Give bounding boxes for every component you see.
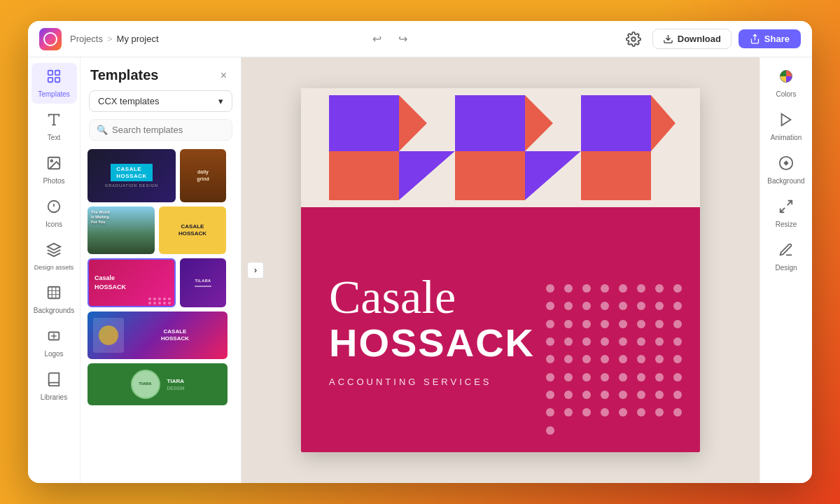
dot (619, 302, 627, 310)
dot (655, 320, 664, 328)
logos-icon (46, 328, 62, 347)
dot (619, 408, 627, 416)
templates-label: Templates (38, 90, 70, 98)
template-green-tiara[interactable]: TIARA TIARA DESIGN (88, 363, 227, 405)
sidebar-item-templates[interactable]: Templates (31, 63, 77, 104)
design-assets-icon (46, 242, 62, 261)
dot (546, 320, 554, 328)
sidebar-item-background[interactable]: Background (764, 150, 809, 190)
template-casale-yellow[interactable]: CASALEHOSSACK (159, 206, 226, 254)
sidebar-item-logos[interactable]: Logos (31, 323, 77, 363)
download-button[interactable]: Download (652, 29, 732, 49)
top-bar: Projects > My project ↩ ↪ Download (28, 21, 812, 57)
dot (601, 373, 609, 382)
dot (637, 391, 645, 399)
colors-icon (778, 69, 794, 88)
search-bar: 🔍 (89, 119, 232, 141)
redo-button[interactable]: ↪ (394, 29, 412, 48)
dot (601, 320, 609, 328)
dot (582, 355, 591, 363)
browser-frame: Projects > My project ↩ ↪ Download (28, 21, 812, 483)
logos-label: Logos (44, 350, 63, 358)
sidebar-item-libraries[interactable]: Libraries (31, 366, 77, 407)
text-label: Text (48, 134, 60, 141)
sidebar-item-text[interactable]: Text (31, 106, 77, 147)
svg-rect-3 (48, 71, 52, 75)
sidebar-item-photos[interactable]: Photos (31, 150, 77, 190)
dot (582, 408, 591, 416)
dot (546, 355, 554, 363)
share-button[interactable]: Share (738, 29, 801, 48)
dot (601, 355, 609, 363)
dot (655, 355, 664, 363)
top-bar-actions: Download Share (622, 27, 801, 51)
dot (637, 320, 645, 328)
sidebar-item-colors[interactable]: Colors (764, 63, 809, 104)
dot (564, 391, 573, 399)
svg-rect-29 (455, 151, 525, 200)
share-label: Share (764, 34, 790, 44)
libraries-icon (46, 372, 62, 391)
template-purple-small[interactable]: TILARA (180, 258, 226, 307)
dot (637, 337, 645, 346)
geometric-pattern (301, 88, 700, 207)
templates-dropdown[interactable]: CCX templates ▾ (89, 90, 232, 112)
dot (619, 355, 627, 363)
template-casale-dark[interactable]: CASALEHOSSACK GRADUATION DESIGN (88, 149, 176, 202)
settings-button[interactable] (622, 27, 645, 51)
sidebar-item-icons[interactable]: Icons (31, 193, 77, 234)
resize-icon (778, 199, 794, 218)
dot (582, 302, 591, 310)
dot (582, 320, 591, 328)
photos-icon (46, 155, 62, 174)
dot (673, 320, 682, 328)
undo-button[interactable]: ↩ (368, 29, 386, 48)
template-landscape[interactable]: The WorldIs WaitingFor You (88, 206, 155, 254)
template-daily-grind[interactable]: dailygrind (180, 149, 226, 202)
sidebar-item-design[interactable]: Design (764, 237, 809, 277)
canvas-area: › (241, 57, 760, 483)
sidebar-item-backgrounds[interactable]: Backgrounds (31, 279, 77, 320)
svg-point-0 (631, 37, 636, 41)
dropdown-label: CCX templates (98, 96, 159, 106)
svg-rect-26 (329, 151, 399, 200)
template-row: TIARA TIARA DESIGN (88, 363, 234, 405)
dot (655, 391, 664, 399)
dot (673, 408, 682, 416)
dot (673, 355, 682, 363)
svg-rect-32 (581, 151, 651, 200)
template-casale-pink[interactable]: CasaleHOSSACK (88, 258, 176, 307)
expand-panel-button[interactable]: › (247, 262, 264, 279)
canvas-top-section (301, 88, 700, 207)
svg-rect-20 (455, 95, 525, 151)
sidebar-item-resize[interactable]: Resize (764, 193, 809, 234)
dot (546, 426, 554, 435)
dot (619, 391, 627, 399)
chevron-down-icon: ▾ (218, 96, 223, 106)
background-label: Background (767, 177, 804, 185)
dot (582, 284, 591, 293)
panel-close-button[interactable]: × (216, 68, 231, 83)
search-input[interactable] (112, 125, 225, 135)
template-colorful-casale[interactable]: CASALEHOSSACK (88, 312, 227, 359)
dot (564, 373, 573, 382)
breadcrumb-projects[interactable]: Projects (70, 34, 103, 44)
template-row: CASALEHOSSACK (88, 312, 234, 359)
dot (564, 408, 573, 416)
template-row: CASALEHOSSACK GRADUATION DESIGN dailygri… (88, 149, 234, 202)
dot (582, 337, 591, 346)
dot (564, 320, 573, 328)
dot (673, 373, 682, 382)
colors-label: Colors (776, 90, 797, 98)
sidebar-item-animation[interactable]: Animation (764, 106, 809, 147)
search-icon: 🔍 (97, 125, 108, 135)
dot (637, 373, 645, 382)
svg-rect-23 (581, 95, 651, 151)
dot (619, 337, 627, 346)
dot (637, 302, 645, 310)
dot (601, 302, 609, 310)
dot (564, 284, 573, 293)
svg-line-36 (780, 208, 785, 212)
gear-icon (626, 31, 641, 47)
sidebar-item-design-assets[interactable]: Design assets (31, 237, 77, 276)
